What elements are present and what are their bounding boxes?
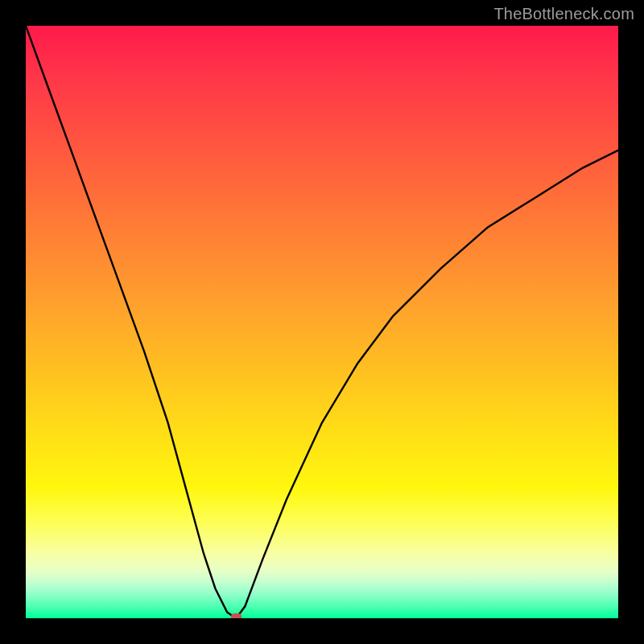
- chart-frame: TheBottleneck.com: [0, 0, 644, 644]
- plot-area: [26, 26, 618, 618]
- bottleneck-curve: [26, 26, 618, 618]
- watermark-text: TheBottleneck.com: [493, 5, 634, 23]
- optimal-point-marker: [231, 613, 242, 618]
